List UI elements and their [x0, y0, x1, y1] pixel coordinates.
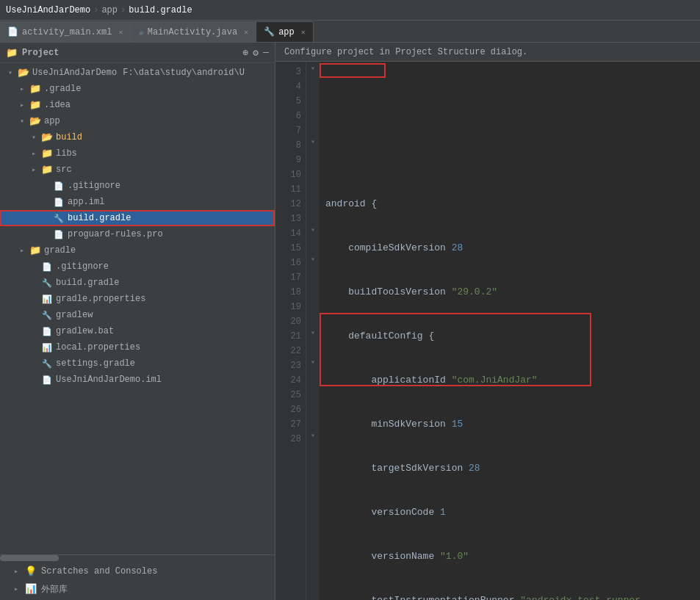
gitignore-root-icon: 📄: [41, 261, 53, 272]
libs-arrow: [29, 149, 38, 158]
java-icon: ☕: [138, 26, 143, 37]
tab-label-java: MainActivity.java: [148, 27, 237, 37]
src-folder-label: src: [56, 165, 72, 175]
main-layout: 📁 Project ⊕ ⚙ — 📂 UseJniAndJarDemo F:\da…: [0, 43, 700, 600]
scratches-arrow: [12, 567, 21, 576]
sidebar-toolbar: ⊕ ⚙ —: [243, 47, 269, 59]
title-project: UseJniAndJarDemo: [6, 5, 90, 15]
tree-item-app[interactable]: 📂 app: [0, 113, 275, 129]
tree-item-build-gradle-root[interactable]: 🔧 build.gradle: [0, 275, 275, 291]
tree-root[interactable]: 📂 UseJniAndJarDemo F:\data\study\android…: [0, 65, 275, 81]
libs-folder-icon: 📁: [41, 148, 53, 159]
gradlew-icon: 🔧: [41, 309, 53, 321]
fold-icon-15[interactable]: ▾: [308, 254, 318, 264]
fold-icon-14[interactable]: ▾: [308, 225, 318, 235]
local-props-icon: 📊: [41, 341, 53, 353]
tree-item-gradlew-bat[interactable]: 📄 gradlew.bat: [0, 323, 275, 339]
tree-item-local-properties[interactable]: 📊 local.properties: [0, 339, 275, 355]
title-module: app: [101, 5, 118, 15]
tree-item-settings-gradle[interactable]: 🔧 settings.gradle: [0, 355, 275, 372]
code-line-9: targetSdkVersion 28: [325, 461, 694, 476]
build-folder-icon: 📂: [41, 131, 53, 143]
idea-folder-icon: 📁: [29, 99, 41, 111]
settings-gradle-label: settings.gradle: [56, 358, 135, 369]
gradle-root-label: gradle: [44, 245, 76, 256]
sidebar-bottom: 💡 Scratches and Consoles 📊 外部库: [0, 560, 275, 600]
app-folder-label: app: [44, 116, 60, 126]
tab-close-xml[interactable]: ✕: [118, 28, 123, 37]
notice-text: Configure project in Project Structure d…: [284, 47, 527, 57]
fold-icon-20[interactable]: ▾: [308, 328, 318, 338]
tab-close-gradle[interactable]: ✕: [301, 28, 306, 37]
libs-folder-label: libs: [56, 148, 77, 159]
gradle-root-arrow: [18, 246, 26, 255]
tree-item-app-iml[interactable]: 📄 app.iml: [0, 194, 275, 210]
sidebar-icon-settings[interactable]: ⚙: [253, 47, 259, 59]
title-sep1: ›: [93, 5, 98, 15]
root-label: UseJniAndJarDemo: [32, 68, 117, 78]
tree-item-gradle-hidden[interactable]: 📁 .gradle: [0, 81, 275, 97]
app-iml-icon: 📄: [53, 196, 65, 208]
tab-bar: 📄 activity_main.xml ✕ ☕ MainActivity.jav…: [0, 21, 700, 43]
editor-notice: Configure project in Project Structure d…: [275, 43, 700, 62]
fold-icon-21[interactable]: ▾: [308, 357, 318, 367]
ext-libs-icon: 📊: [25, 583, 37, 595]
tree-area: 📂 UseJniAndJarDemo F:\data\study\android…: [0, 63, 275, 554]
src-arrow: [29, 165, 38, 174]
tab-activity-xml[interactable]: 📄 activity_main.xml ✕: [0, 21, 131, 42]
tree-item-gradle-root[interactable]: 📁 gradle: [0, 242, 275, 259]
tab-main-java[interactable]: ☕ MainActivity.java ✕: [131, 21, 256, 42]
fold-icon-3[interactable]: ▾: [308, 63, 318, 73]
tab-app-gradle[interactable]: 🔧 app ✕: [256, 21, 314, 42]
tree-item-idea[interactable]: 📁 .idea: [0, 97, 275, 113]
highlight-box-android: [320, 63, 386, 78]
scratches-icon: 💡: [25, 565, 37, 577]
code-content[interactable]: android { compileSdkVersion 28 buildTool…: [320, 62, 700, 600]
src-folder-icon: 📁: [41, 164, 53, 176]
title-bar: UseJniAndJarDemo › app › build.gradle: [0, 0, 700, 21]
tree-item-gradle-properties[interactable]: 📊 gradle.properties: [0, 291, 275, 307]
code-line-3: android {: [325, 197, 694, 212]
root-path: F:\data\study\android\U: [123, 68, 245, 78]
build-folder-label: build: [56, 132, 82, 142]
tree-item-use-jni-iml[interactable]: 📄 UseJniAndJarDemo.iml: [0, 372, 275, 388]
build-gradle-label: build.gradle: [68, 213, 131, 223]
fold-icon-6[interactable]: ▾: [308, 137, 318, 147]
sidebar: 📁 Project ⊕ ⚙ — 📂 UseJniAndJarDemo F:\da…: [0, 43, 275, 600]
tree-item-gitignore-app[interactable]: 📄 .gitignore: [0, 178, 275, 194]
gradlew-bat-icon: 📄: [41, 325, 53, 337]
gitignore-app-label: .gitignore: [68, 181, 120, 191]
code-line-12: testInstrumentationRunner "androidx.test…: [325, 593, 694, 600]
proguard-label: proguard-rules.pro: [68, 229, 163, 239]
sidebar-item-scratches[interactable]: 💡 Scratches and Consoles: [6, 563, 269, 579]
tab-close-java[interactable]: ✕: [244, 28, 248, 37]
tree-item-gradlew[interactable]: 🔧 gradlew: [0, 307, 275, 323]
scratches-label: Scratches and Consoles: [41, 566, 157, 576]
title-file: build.gradle: [129, 5, 192, 15]
tree-item-libs[interactable]: 📁 libs: [0, 145, 275, 162]
title-sep2: ›: [120, 5, 126, 15]
sidebar-scrollbar-h[interactable]: [0, 554, 275, 560]
code-line-6: defaultConfig {: [325, 329, 694, 344]
tree-item-src[interactable]: 📁 src: [0, 162, 275, 178]
root-arrow: [6, 68, 15, 77]
fold-icon-27[interactable]: ▾: [308, 430, 318, 441]
gutter: ▾ ▾ ▾ ▾ ▾ ▾ ▾: [306, 62, 320, 600]
idea-folder-label: .idea: [44, 100, 71, 110]
tree-item-build-gradle[interactable]: 🔧 build.gradle: [0, 210, 275, 226]
gradle-icon: 🔧: [264, 26, 275, 37]
sidebar-title: Project: [22, 48, 239, 58]
build-gradle-root-icon: 🔧: [41, 277, 53, 289]
gradlew-bat-label: gradlew.bat: [56, 326, 114, 336]
tree-item-build[interactable]: 📂 build: [0, 129, 275, 145]
tree-item-gitignore-root[interactable]: 📄 .gitignore: [0, 259, 275, 275]
gradlew-label: gradlew: [56, 310, 93, 320]
gradle-props-label: gradle.properties: [56, 294, 145, 304]
sidebar-icon-minimize[interactable]: —: [263, 47, 269, 59]
sidebar-icon-globe[interactable]: ⊕: [243, 47, 249, 59]
sidebar-item-external-libs[interactable]: 📊 外部库: [6, 581, 269, 597]
code-line-4: compileSdkVersion 28: [325, 241, 694, 256]
tree-item-proguard[interactable]: 📄 proguard-rules.pro: [0, 226, 275, 242]
gradle-root-icon: 📁: [29, 245, 41, 256]
code-area: 3 4 5 6 7 8 9 10 11 12 13 14 15 16 17 18…: [275, 62, 700, 600]
